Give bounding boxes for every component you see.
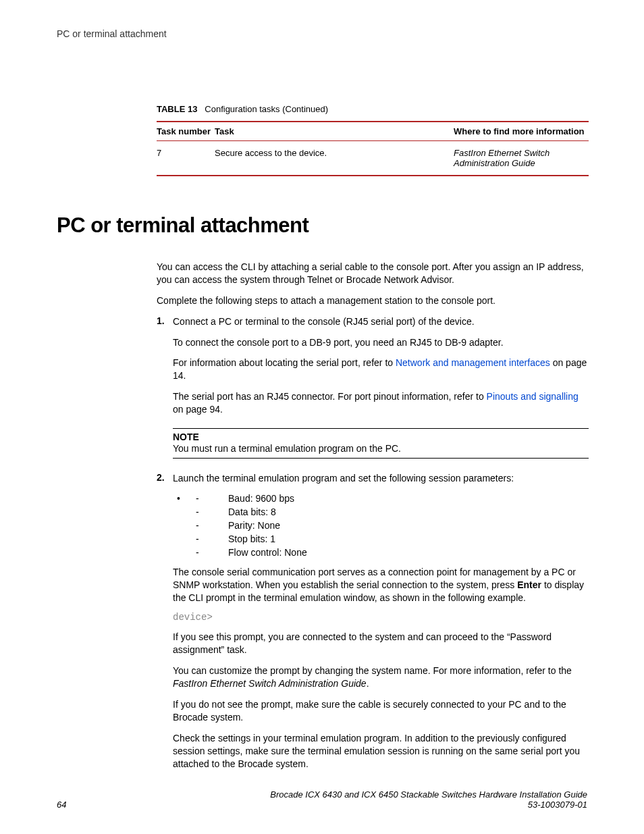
note-label: NOTE <box>173 432 589 442</box>
th-where: Where to find more information <box>454 122 589 141</box>
text-run: For information about locating the seria… <box>173 357 396 368</box>
publication-id: 53-1003079-01 <box>270 800 587 810</box>
section-body: You can access the CLI by attaching a se… <box>157 261 589 778</box>
note-body: You must run a terminal emulation progra… <box>173 442 589 455</box>
step-text: Launch the terminal emulation program an… <box>173 472 589 485</box>
note-box: NOTE You must run a terminal emulation p… <box>173 428 589 459</box>
publication-info: Brocade ICX 6430 and ICX 6450 Stackable … <box>270 789 587 810</box>
th-task-number: Task number <box>157 122 215 141</box>
list-item: - Stop bits: 1 <box>177 533 589 544</box>
dash-icon: - <box>190 493 228 504</box>
publication-title: Brocade ICX 6430 and ICX 6450 Stackable … <box>270 789 587 800</box>
step-number: 1. <box>157 315 173 465</box>
step-2: 2. Launch the terminal emulation program… <box>157 472 589 779</box>
list-item: - Parity: None <box>177 520 589 531</box>
dash-icon: - <box>190 547 228 558</box>
intro-paragraph: Complete the following steps to attach a… <box>157 294 589 307</box>
step-text: The console serial communication port se… <box>173 566 589 604</box>
step-body: Connect a PC or terminal to the console … <box>173 315 589 465</box>
bullet-icon: • <box>177 493 190 504</box>
section-title: PC or terminal attachment <box>57 213 587 238</box>
list-item: - Data bits: 8 <box>177 506 589 517</box>
dash-icon: - <box>190 506 228 517</box>
param-value: Stop bits: 1 <box>228 533 589 544</box>
step-text: Check the settings in your terminal emul… <box>173 732 589 771</box>
text-run: You can customize the prompt by changing… <box>173 665 572 676</box>
dash-icon: - <box>190 520 228 531</box>
step-1: 1. Connect a PC or terminal to the conso… <box>157 315 589 465</box>
step-text: If you see this prompt, you are connecte… <box>173 631 589 656</box>
tasks-table: Task number Task Where to find more info… <box>157 121 589 176</box>
table-header-row: Task number Task Where to find more info… <box>157 122 589 141</box>
xref-pinouts[interactable]: Pinouts and signalling <box>487 391 579 402</box>
running-header: PC or terminal attachment <box>57 28 587 39</box>
table-caption: TABLE 13 Configuration tasks (Continued) <box>157 104 589 114</box>
page-number: 64 <box>57 800 66 810</box>
text-run: on page 94. <box>173 404 223 415</box>
param-value: Flow control: None <box>228 547 589 558</box>
page-footer: 64 Brocade ICX 6430 and ICX 6450 Stackab… <box>57 789 587 810</box>
cell-task: Secure access to the device. <box>215 141 454 176</box>
list-item: • - Baud: 9600 bps <box>177 493 589 504</box>
intro-paragraph: You can access the CLI by attaching a se… <box>157 261 589 286</box>
param-value: Baud: 9600 bps <box>228 493 589 504</box>
param-value: Data bits: 8 <box>228 506 589 517</box>
text-run: . <box>367 678 369 689</box>
steps-list: 1. Connect a PC or terminal to the conso… <box>157 315 589 779</box>
keyboard-key: Enter <box>517 579 541 590</box>
step-number: 2. <box>157 472 173 779</box>
step-text: You can customize the prompt by changing… <box>173 664 589 690</box>
step-text: If you do not see the prompt, make sure … <box>173 698 589 724</box>
session-params-list: • - Baud: 9600 bps - Data bits: 8 - Pari… <box>177 493 589 558</box>
text-run: The console serial communication port se… <box>173 567 576 590</box>
table-label: TABLE 13 <box>157 104 197 114</box>
xref-network-mgmt[interactable]: Network and management interfaces <box>396 357 550 368</box>
dash-icon: - <box>190 533 228 544</box>
th-task: Task <box>215 122 454 141</box>
table-row: 7 Secure access to the device. FastIron … <box>157 141 589 176</box>
step-text: Connect a PC or terminal to the console … <box>173 315 589 328</box>
text-run: The serial port has an RJ45 connector. F… <box>173 391 487 402</box>
code-block: device> <box>173 612 589 623</box>
cell-task-number: 7 <box>157 141 215 176</box>
doc-ref: FastIron Ethernet Switch Administration … <box>173 678 367 689</box>
table-caption-text: Configuration tasks (Continued) <box>205 104 328 114</box>
table-block: TABLE 13 Configuration tasks (Continued)… <box>157 104 589 176</box>
step-text: The serial port has an RJ45 connector. F… <box>173 390 589 416</box>
list-item: - Flow control: None <box>177 547 589 558</box>
step-text: To connect the console port to a DB-9 po… <box>173 336 589 349</box>
param-value: Parity: None <box>228 520 589 531</box>
step-text: For information about locating the seria… <box>173 357 589 382</box>
step-body: Launch the terminal emulation program an… <box>173 472 589 779</box>
cell-where: FastIron Ethernet Switch Administration … <box>454 141 589 176</box>
